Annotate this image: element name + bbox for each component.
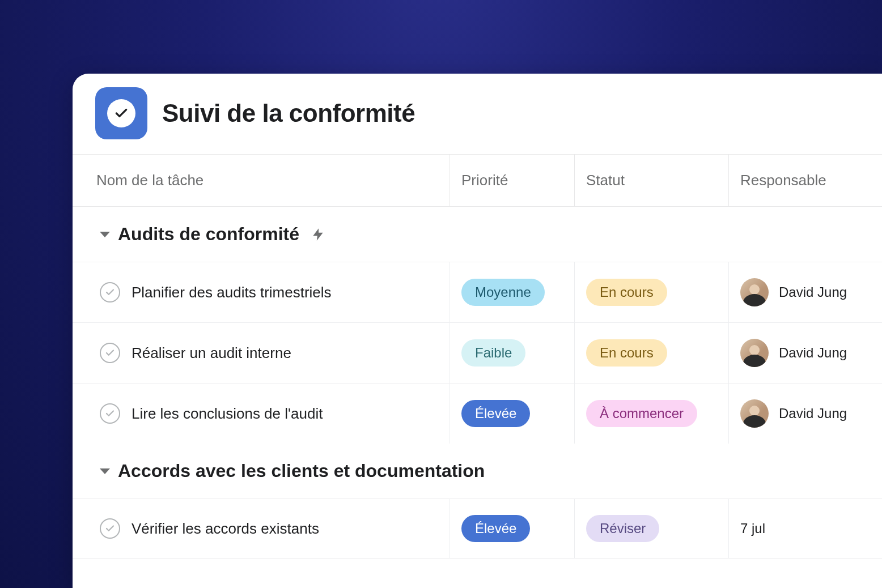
col-header-task[interactable]: Nom de la tâche — [73, 155, 450, 206]
complete-task-toggle[interactable] — [100, 282, 120, 302]
priority-pill[interactable]: Élevée — [461, 515, 530, 542]
task-row[interactable]: Vérifier les accords existants Élevée Ré… — [73, 498, 882, 559]
section-header-accords[interactable]: Accords avec les clients et documentatio… — [73, 444, 882, 498]
responsible-date: 7 jul — [740, 521, 765, 536]
complete-task-toggle[interactable] — [100, 403, 120, 424]
responsible-name: David Jung — [779, 345, 847, 361]
chevron-down-icon — [100, 232, 110, 237]
page-title: Suivi de la conformité — [162, 99, 415, 127]
avatar — [740, 339, 769, 367]
section-title: Audits de conformité — [118, 224, 299, 245]
task-name: Vérifier les accords existants — [132, 520, 319, 538]
col-header-status[interactable]: Statut — [575, 155, 729, 206]
section-header-audits[interactable]: Audits de conformité — [73, 207, 882, 262]
task-name: Réaliser un audit interne — [132, 344, 291, 362]
avatar — [740, 278, 769, 306]
status-pill[interactable]: En cours — [586, 279, 667, 306]
project-icon — [95, 87, 147, 139]
avatar — [740, 399, 769, 428]
responsible-name: David Jung — [779, 284, 847, 300]
complete-task-toggle[interactable] — [100, 518, 120, 539]
status-pill[interactable]: En cours — [586, 339, 667, 367]
task-row[interactable]: Planifier des audits trimestriels Moyenn… — [73, 262, 882, 322]
bolt-icon — [311, 227, 325, 242]
project-header: Suivi de la conformité — [73, 74, 882, 154]
col-header-responsible[interactable]: Responsable — [729, 155, 882, 206]
task-name: Lire les conclusions de l'audit — [132, 405, 323, 423]
priority-pill[interactable]: Moyenne — [461, 279, 545, 306]
priority-pill[interactable]: Élevée — [461, 400, 530, 427]
task-name: Planifier des audits trimestriels — [132, 284, 332, 301]
section-title: Accords avec les clients et documentatio… — [118, 461, 485, 482]
task-row[interactable]: Réaliser un audit interne Faible En cour… — [73, 322, 882, 383]
column-headers-row: Nom de la tâche Priorité Statut Responsa… — [73, 154, 882, 207]
col-header-priority[interactable]: Priorité — [450, 155, 575, 206]
status-pill[interactable]: Réviser — [586, 515, 659, 542]
project-card: Suivi de la conformité Nom de la tâche P… — [73, 74, 882, 588]
task-row[interactable]: Lire les conclusions de l'audit Élevée À… — [73, 383, 882, 444]
complete-task-toggle[interactable] — [100, 343, 120, 363]
status-pill[interactable]: À commencer — [586, 400, 697, 427]
check-icon — [114, 106, 129, 121]
responsible-name: David Jung — [779, 406, 847, 421]
chevron-down-icon — [100, 468, 110, 474]
priority-pill[interactable]: Faible — [461, 339, 525, 367]
